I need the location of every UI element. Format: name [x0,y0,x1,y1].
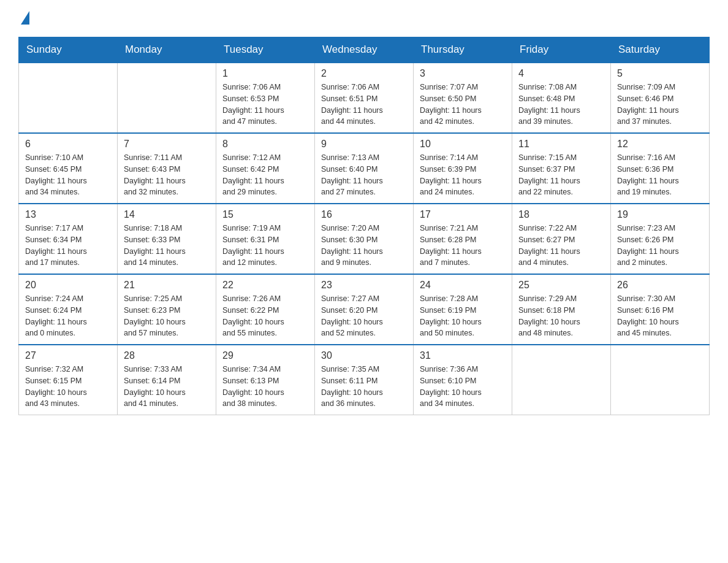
day-number: 9 [321,139,407,150]
calendar-cell [19,63,118,133]
calendar-cell [611,345,710,415]
calendar-cell: 8Sunrise: 7:12 AM Sunset: 6:42 PM Daylig… [216,133,315,204]
logo-triangle-icon [21,11,29,25]
column-header-saturday: Saturday [611,37,710,63]
calendar-cell: 7Sunrise: 7:11 AM Sunset: 6:43 PM Daylig… [118,133,216,204]
calendar-cell: 4Sunrise: 7:08 AM Sunset: 6:48 PM Daylig… [512,63,611,133]
day-info: Sunrise: 7:06 AM Sunset: 6:53 PM Dayligh… [222,82,308,128]
calendar-cell: 1Sunrise: 7:06 AM Sunset: 6:53 PM Daylig… [216,63,315,133]
day-number: 12 [617,139,703,150]
day-number: 31 [420,350,506,361]
day-info: Sunrise: 7:25 AM Sunset: 6:23 PM Dayligh… [124,293,210,339]
day-info: Sunrise: 7:33 AM Sunset: 6:14 PM Dayligh… [124,364,210,410]
day-info: Sunrise: 7:12 AM Sunset: 6:42 PM Dayligh… [222,152,308,198]
day-info: Sunrise: 7:06 AM Sunset: 6:51 PM Dayligh… [321,82,407,128]
day-info: Sunrise: 7:13 AM Sunset: 6:40 PM Dayligh… [321,152,407,198]
calendar-cell: 14Sunrise: 7:18 AM Sunset: 6:33 PM Dayli… [118,204,216,274]
day-number: 8 [222,139,308,150]
day-info: Sunrise: 7:14 AM Sunset: 6:39 PM Dayligh… [420,152,506,198]
calendar-cell: 23Sunrise: 7:27 AM Sunset: 6:20 PM Dayli… [315,274,414,345]
calendar-cell: 24Sunrise: 7:28 AM Sunset: 6:19 PM Dayli… [414,274,512,345]
day-number: 10 [420,139,506,150]
calendar-header-row: SundayMondayTuesdayWednesdayThursdayFrid… [19,37,710,63]
column-header-tuesday: Tuesday [216,37,315,63]
calendar-cell: 11Sunrise: 7:15 AM Sunset: 6:37 PM Dayli… [512,133,611,204]
calendar-cell [512,345,611,415]
day-number: 2 [321,68,407,79]
day-number: 3 [420,68,506,79]
calendar-week-row: 13Sunrise: 7:17 AM Sunset: 6:34 PM Dayli… [19,204,710,274]
calendar-week-row: 1Sunrise: 7:06 AM Sunset: 6:53 PM Daylig… [19,63,710,133]
calendar-cell: 26Sunrise: 7:30 AM Sunset: 6:16 PM Dayli… [611,274,710,345]
page-header [18,12,710,25]
day-number: 15 [222,209,308,220]
day-number: 14 [124,209,210,220]
day-info: Sunrise: 7:18 AM Sunset: 6:33 PM Dayligh… [124,223,210,269]
day-number: 30 [321,350,407,361]
column-header-friday: Friday [512,37,611,63]
day-info: Sunrise: 7:29 AM Sunset: 6:18 PM Dayligh… [518,293,604,339]
day-info: Sunrise: 7:15 AM Sunset: 6:37 PM Dayligh… [518,152,604,198]
day-number: 11 [518,139,604,150]
calendar-cell: 25Sunrise: 7:29 AM Sunset: 6:18 PM Dayli… [512,274,611,345]
column-header-monday: Monday [118,37,216,63]
day-info: Sunrise: 7:11 AM Sunset: 6:43 PM Dayligh… [124,152,210,198]
day-info: Sunrise: 7:10 AM Sunset: 6:45 PM Dayligh… [25,152,111,198]
calendar-cell: 6Sunrise: 7:10 AM Sunset: 6:45 PM Daylig… [19,133,118,204]
day-info: Sunrise: 7:20 AM Sunset: 6:30 PM Dayligh… [321,223,407,269]
calendar-table: SundayMondayTuesdayWednesdayThursdayFrid… [18,37,710,415]
day-number: 26 [617,280,703,291]
day-number: 19 [617,209,703,220]
calendar-cell: 15Sunrise: 7:19 AM Sunset: 6:31 PM Dayli… [216,204,315,274]
day-info: Sunrise: 7:08 AM Sunset: 6:48 PM Dayligh… [518,82,604,128]
calendar-cell: 20Sunrise: 7:24 AM Sunset: 6:24 PM Dayli… [19,274,118,345]
day-info: Sunrise: 7:27 AM Sunset: 6:20 PM Dayligh… [321,293,407,339]
column-header-thursday: Thursday [414,37,512,63]
day-info: Sunrise: 7:35 AM Sunset: 6:11 PM Dayligh… [321,364,407,410]
calendar-cell: 18Sunrise: 7:22 AM Sunset: 6:27 PM Dayli… [512,204,611,274]
calendar-cell: 13Sunrise: 7:17 AM Sunset: 6:34 PM Dayli… [19,204,118,274]
day-info: Sunrise: 7:07 AM Sunset: 6:50 PM Dayligh… [420,82,506,128]
day-number: 20 [25,280,111,291]
calendar-cell: 16Sunrise: 7:20 AM Sunset: 6:30 PM Dayli… [315,204,414,274]
day-info: Sunrise: 7:36 AM Sunset: 6:10 PM Dayligh… [420,364,506,410]
day-info: Sunrise: 7:30 AM Sunset: 6:16 PM Dayligh… [617,293,703,339]
calendar-cell: 30Sunrise: 7:35 AM Sunset: 6:11 PM Dayli… [315,345,414,415]
day-info: Sunrise: 7:28 AM Sunset: 6:19 PM Dayligh… [420,293,506,339]
calendar-cell: 22Sunrise: 7:26 AM Sunset: 6:22 PM Dayli… [216,274,315,345]
calendar-cell: 9Sunrise: 7:13 AM Sunset: 6:40 PM Daylig… [315,133,414,204]
logo [18,12,29,25]
day-number: 6 [25,139,111,150]
column-header-sunday: Sunday [19,37,118,63]
calendar-cell: 12Sunrise: 7:16 AM Sunset: 6:36 PM Dayli… [611,133,710,204]
day-number: 18 [518,209,604,220]
calendar-week-row: 20Sunrise: 7:24 AM Sunset: 6:24 PM Dayli… [19,274,710,345]
calendar-cell: 5Sunrise: 7:09 AM Sunset: 6:46 PM Daylig… [611,63,710,133]
day-number: 28 [124,350,210,361]
calendar-cell [118,63,216,133]
day-number: 17 [420,209,506,220]
day-number: 5 [617,68,703,79]
day-info: Sunrise: 7:19 AM Sunset: 6:31 PM Dayligh… [222,223,308,269]
calendar-cell: 31Sunrise: 7:36 AM Sunset: 6:10 PM Dayli… [414,345,512,415]
day-number: 29 [222,350,308,361]
day-info: Sunrise: 7:22 AM Sunset: 6:27 PM Dayligh… [518,223,604,269]
day-number: 13 [25,209,111,220]
day-info: Sunrise: 7:21 AM Sunset: 6:28 PM Dayligh… [420,223,506,269]
calendar-week-row: 6Sunrise: 7:10 AM Sunset: 6:45 PM Daylig… [19,133,710,204]
day-info: Sunrise: 7:34 AM Sunset: 6:13 PM Dayligh… [222,364,308,410]
calendar-cell: 19Sunrise: 7:23 AM Sunset: 6:26 PM Dayli… [611,204,710,274]
calendar-cell: 10Sunrise: 7:14 AM Sunset: 6:39 PM Dayli… [414,133,512,204]
day-number: 22 [222,280,308,291]
day-number: 23 [321,280,407,291]
calendar-cell: 27Sunrise: 7:32 AM Sunset: 6:15 PM Dayli… [19,345,118,415]
day-info: Sunrise: 7:32 AM Sunset: 6:15 PM Dayligh… [25,364,111,410]
day-number: 21 [124,280,210,291]
calendar-cell: 17Sunrise: 7:21 AM Sunset: 6:28 PM Dayli… [414,204,512,274]
day-info: Sunrise: 7:16 AM Sunset: 6:36 PM Dayligh… [617,152,703,198]
calendar-cell: 21Sunrise: 7:25 AM Sunset: 6:23 PM Dayli… [118,274,216,345]
day-number: 24 [420,280,506,291]
day-number: 27 [25,350,111,361]
calendar-cell: 3Sunrise: 7:07 AM Sunset: 6:50 PM Daylig… [414,63,512,133]
calendar-cell: 29Sunrise: 7:34 AM Sunset: 6:13 PM Dayli… [216,345,315,415]
